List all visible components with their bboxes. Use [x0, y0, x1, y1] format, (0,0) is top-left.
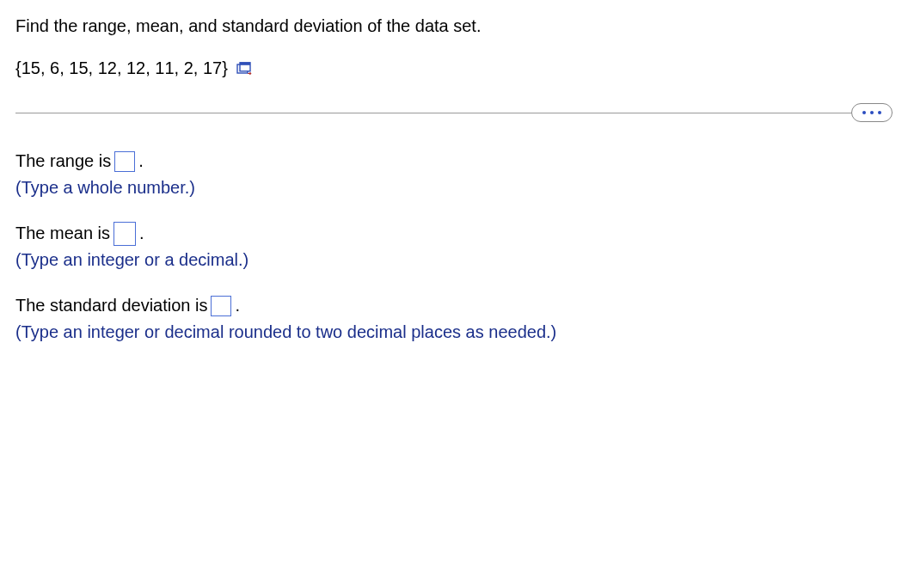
- question-prompt: Find the range, mean, and standard devia…: [15, 14, 893, 38]
- mean-input[interactable]: [114, 222, 136, 246]
- mean-answer-block: The mean is . (Type an integer or a deci…: [15, 220, 893, 273]
- svg-rect-2: [240, 62, 250, 64]
- range-hint: (Type a whole number.): [15, 175, 893, 201]
- stddev-prefix: The standard deviation is: [15, 292, 207, 319]
- dot-icon: [862, 111, 866, 114]
- mean-prefix: The mean is: [15, 220, 110, 247]
- range-prefix: The range is: [15, 148, 111, 175]
- stddev-answer-block: The standard deviation is . (Type an int…: [15, 292, 893, 346]
- divider-section: [15, 113, 893, 113]
- stddev-suffix: .: [235, 292, 240, 319]
- data-set-text: {15, 6, 15, 12, 12, 11, 2, 17}: [15, 58, 228, 78]
- stddev-input[interactable]: [211, 296, 231, 316]
- range-answer-block: The range is . (Type a whole number.): [15, 148, 893, 201]
- mean-suffix: .: [139, 220, 144, 247]
- data-set-line: {15, 6, 15, 12, 12, 11, 2, 17}: [15, 58, 893, 78]
- range-input[interactable]: [114, 151, 135, 172]
- dot-icon: [870, 111, 874, 114]
- popup-icon[interactable]: [236, 62, 252, 76]
- more-options-button[interactable]: [851, 103, 893, 122]
- stddev-hint: (Type an integer or decimal rounded to t…: [15, 319, 893, 346]
- dot-icon: [878, 111, 881, 114]
- range-suffix: .: [138, 148, 144, 175]
- mean-hint: (Type an integer or a decimal.): [15, 247, 893, 273]
- divider-line: [15, 113, 893, 113]
